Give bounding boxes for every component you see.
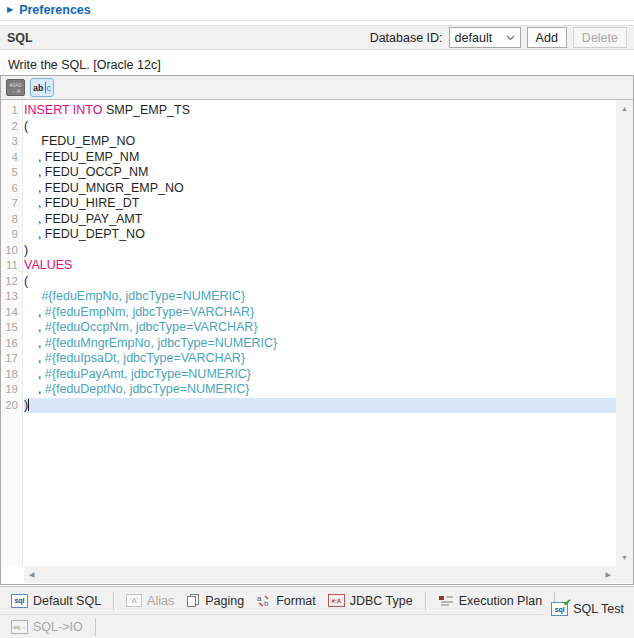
code-line[interactable]: , #{feduDeptNo, jdbcType=NUMERIC} <box>24 382 616 398</box>
sql-text: , <box>24 320 45 334</box>
chevron-down-icon <box>506 35 515 41</box>
code-line[interactable]: ( <box>24 119 616 135</box>
horizontal-scrollbar[interactable]: ◀ ▶ <box>24 566 616 583</box>
scroll-left-icon[interactable]: ◀ <box>29 571 34 578</box>
sql-io-icon: sq→ <box>11 620 28 634</box>
sql-text: ( <box>24 274 28 288</box>
sql-instruction-label: Write the SQL. [Oracle 12c] <box>0 50 634 74</box>
delete-button: Delete <box>573 27 627 48</box>
preferences-section-header[interactable]: ▶ Preferences <box>0 0 634 21</box>
sql-editor-frame: #0A0 →:A abc 123456789101112131415161718… <box>0 75 634 585</box>
paging-label: Paging <box>205 594 244 608</box>
vertical-scrollbar[interactable]: ▲ ▼ <box>616 100 633 566</box>
line-number: 13 <box>1 289 22 305</box>
text-cursor <box>28 399 29 411</box>
code-editor[interactable]: 1234567891011121314151617181920 INSERT I… <box>1 100 633 583</box>
line-number: 1 <box>1 103 22 119</box>
sql-text: , <box>24 382 45 396</box>
mybatis-parameter: #{feduDeptNo, jdbcType=NUMERIC} <box>45 382 250 396</box>
line-number: 20 <box>1 398 22 414</box>
sql-io-label: SQL->IO <box>33 620 83 634</box>
code-line[interactable]: INSERT INTO SMP_EMP_TS <box>24 103 616 119</box>
sql-text: , FEDU_HIRE_DT <box>24 196 139 210</box>
sql-text: , <box>24 351 45 365</box>
paging-icon <box>186 593 200 608</box>
code-line[interactable]: ( <box>24 274 616 290</box>
jdbc-type-label: JDBC Type <box>350 594 413 608</box>
default-sql-button[interactable]: sqlDefault SQL <box>5 592 107 610</box>
scroll-up-icon[interactable]: ▲ <box>621 105 628 112</box>
code-line[interactable]: #{feduEmpNo, jdbcType=NUMERIC} <box>24 289 616 305</box>
code-line[interactable]: , #{feduOccpNm, jdbcType=VARCHAR} <box>24 320 616 336</box>
bottom-toolbar-row2: sq→SQL->IO <box>0 615 102 638</box>
database-id-select[interactable]: default <box>449 27 521 48</box>
code-line[interactable]: , #{feduIpsaDt, jdbcType=VARCHAR} <box>24 351 616 367</box>
sql-panel-header: SQL Database ID: default Add Delete <box>0 25 634 50</box>
rename-abc-icon[interactable]: abc <box>30 78 54 97</box>
database-id-label: Database ID: <box>370 31 443 45</box>
code-line[interactable]: ) <box>24 398 616 414</box>
sql-text: ( <box>24 119 28 133</box>
line-number: 12 <box>1 274 22 290</box>
format-button[interactable]: abFormat <box>250 591 322 610</box>
sql-text: , <box>24 336 45 350</box>
scrollbar-corner <box>616 566 633 583</box>
line-number: 16 <box>1 336 22 352</box>
line-number: 2 <box>1 119 22 135</box>
sql-text: ) <box>24 243 28 257</box>
line-number: 15 <box>1 320 22 336</box>
jdbc-type-button[interactable]: #:AJDBC Type <box>322 592 419 610</box>
code-line[interactable]: , FEDU_PAY_AMT <box>24 212 616 228</box>
line-number: 3 <box>1 134 22 150</box>
sql-text: , <box>24 367 45 381</box>
add-button[interactable]: Add <box>527 27 567 48</box>
sql-io-button: sq→SQL->IO <box>5 618 89 636</box>
code-line[interactable]: , FEDU_OCCP_NM <box>24 165 616 181</box>
execution-plan-icon <box>438 594 454 608</box>
sql-keyword: INSERT INTO <box>24 103 103 117</box>
line-number: 10 <box>1 243 22 259</box>
code-line[interactable]: , FEDU_MNGR_EMP_NO <box>24 181 616 197</box>
sql-text: , <box>24 305 45 319</box>
execution-plan-button[interactable]: Execution Plan <box>432 592 548 610</box>
sql-test-label: SQL Test <box>573 602 624 616</box>
sql-text: SMP_EMP_TS <box>103 103 191 117</box>
bottom-toolbar-row1: sqlDefault SQL'A'AliasPagingabFormat#:AJ… <box>0 587 634 614</box>
default-sql-label: Default SQL <box>33 594 101 608</box>
mybatis-parameter: #{feduEmpNo, jdbcType=NUMERIC} <box>41 289 245 303</box>
toolbar-separator <box>425 592 426 610</box>
code-line[interactable]: , #{feduPayAmt, jdbcType=NUMERIC} <box>24 367 616 383</box>
code-area[interactable]: INSERT INTO SMP_EMP_TS( FEDU_EMP_NO , FE… <box>24 100 616 566</box>
line-number-gutter: 1234567891011121314151617181920 <box>1 100 23 566</box>
line-number: 19 <box>1 382 22 398</box>
execution-plan-label: Execution Plan <box>459 594 542 608</box>
sql-text: , FEDU_EMP_NM <box>24 150 139 164</box>
code-line[interactable]: VALUES <box>24 258 616 274</box>
paging-button[interactable]: Paging <box>180 591 250 610</box>
line-number: 6 <box>1 181 22 197</box>
collapsed-triangle-icon: ▶ <box>7 6 13 14</box>
scroll-down-icon[interactable]: ▼ <box>621 554 628 561</box>
code-line[interactable]: ) <box>24 243 616 259</box>
line-number: 7 <box>1 196 22 212</box>
database-id-value: default <box>455 31 493 45</box>
mybatis-parameter: #{feduMngrEmpNo, jdbcType=NUMERIC} <box>45 336 277 350</box>
code-line[interactable]: , FEDU_EMP_NM <box>24 150 616 166</box>
format-label: Format <box>276 594 316 608</box>
sql-keyword: VALUES <box>24 258 72 272</box>
mybatis-parameter: #{feduOccpNm, jdbcType=VARCHAR} <box>45 320 258 334</box>
code-line[interactable]: FEDU_EMP_NO <box>24 134 616 150</box>
line-number: 5 <box>1 165 22 181</box>
line-number: 4 <box>1 150 22 166</box>
jdbc-type-icon: #:A <box>328 594 345 607</box>
sql-test-button[interactable]: sql ✔ SQL Test <box>551 602 624 616</box>
code-line[interactable]: , #{feduMngrEmpNo, jdbcType=NUMERIC} <box>24 336 616 352</box>
line-number: 8 <box>1 212 22 228</box>
code-line[interactable]: , FEDU_DEPT_NO <box>24 227 616 243</box>
code-line[interactable]: , FEDU_HIRE_DT <box>24 196 616 212</box>
sql-text: , FEDU_MNGR_EMP_NO <box>24 181 184 195</box>
code-line[interactable]: , #{feduEmpNm, jdbcType=VARCHAR} <box>24 305 616 321</box>
sql-test-icon: sql ✔ <box>551 602 568 616</box>
mybatis-parameter: #{feduEmpNm, jdbcType=VARCHAR} <box>45 305 254 319</box>
scroll-right-icon[interactable]: ▶ <box>606 571 611 578</box>
